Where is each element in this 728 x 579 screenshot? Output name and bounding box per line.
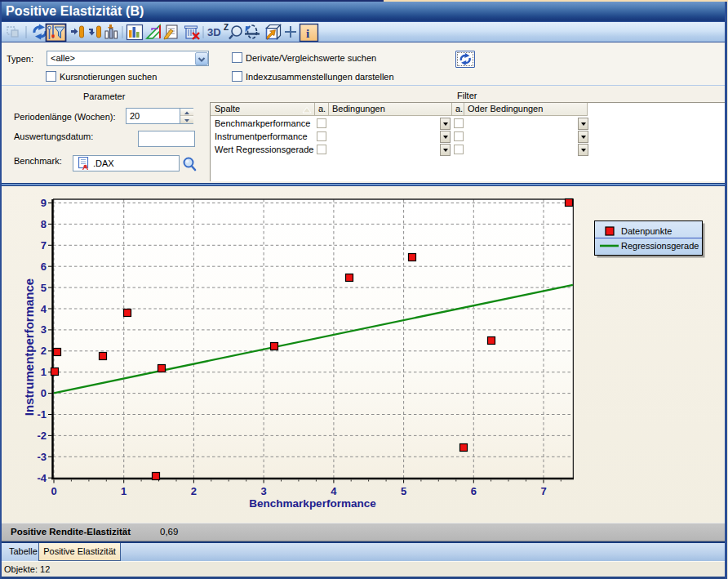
svg-text:i: i: [306, 27, 309, 40]
svg-text:7: 7: [41, 239, 47, 252]
svg-text:6: 6: [471, 485, 477, 497]
svg-text:6: 6: [41, 261, 47, 273]
svg-text:Datenpunkte: Datenpunkte: [621, 226, 672, 236]
svg-text:-1: -1: [37, 408, 47, 421]
svg-text:-3: -3: [37, 451, 47, 463]
svg-text:Benchmarkperformance: Benchmarkperformance: [249, 497, 376, 510]
svg-text:1: 1: [41, 366, 47, 378]
svg-text:3: 3: [260, 485, 266, 497]
svg-text:Instrumentperformance: Instrumentperformance: [22, 278, 36, 416]
svg-text:-2: -2: [37, 430, 47, 442]
svg-text:9: 9: [41, 197, 47, 209]
svg-text:0: 0: [51, 485, 56, 497]
svg-text:0: 0: [41, 387, 47, 399]
svg-text:-4: -4: [37, 472, 47, 484]
svg-text:Regressionsgerade: Regressionsgerade: [621, 241, 699, 251]
svg-text:5: 5: [401, 485, 406, 497]
svg-text:2: 2: [191, 485, 197, 497]
svg-text:Z: Z: [224, 23, 229, 32]
svg-text:4: 4: [41, 303, 47, 315]
svg-text:5: 5: [41, 282, 47, 294]
svg-text:3D: 3D: [207, 26, 221, 38]
svg-text:2: 2: [41, 345, 47, 357]
svg-text:8: 8: [41, 218, 47, 230]
svg-text:7: 7: [540, 485, 546, 497]
svg-text:1: 1: [121, 485, 127, 497]
svg-text:3: 3: [41, 323, 47, 336]
svg-text:4: 4: [331, 485, 337, 497]
